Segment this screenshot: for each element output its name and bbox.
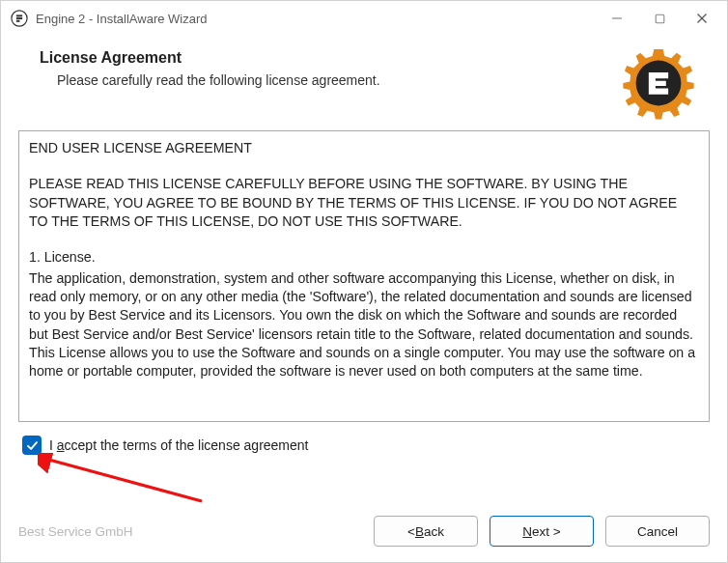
svg-rect-1 <box>16 14 22 16</box>
footer: Best Service GmbH < Back Next > Cancel <box>1 510 727 562</box>
accept-row: I accept the terms of the license agreem… <box>18 436 710 455</box>
svg-rect-2 <box>16 17 22 19</box>
window-title: Engine 2 - InstallAware Wizard <box>36 12 596 26</box>
page-header: License Agreement Please carefully read … <box>1 36 727 130</box>
minimize-button[interactable] <box>596 4 638 33</box>
eula-intro: PLEASE READ THIS LICENSE CAREFULLY BEFOR… <box>29 175 699 231</box>
app-icon <box>11 10 28 27</box>
license-text-box[interactable]: END USER LICENSE AGREEMENT PLEASE READ T… <box>18 130 710 422</box>
maximize-button[interactable] <box>638 4 681 33</box>
titlebar: Engine 2 - InstallAware Wizard <box>1 1 727 36</box>
close-button[interactable] <box>681 4 723 33</box>
maximize-icon <box>655 14 665 24</box>
accept-checkbox[interactable] <box>22 436 42 455</box>
button-row: < Back Next > Cancel <box>374 516 710 547</box>
svg-rect-5 <box>656 14 664 23</box>
installer-window: Engine 2 - InstallAware Wizard License A… <box>0 0 728 563</box>
minimize-icon <box>611 13 623 24</box>
eula-section-1-title: 1. License. <box>29 248 699 267</box>
svg-rect-3 <box>16 20 20 22</box>
next-button[interactable]: Next > <box>490 516 594 547</box>
content-area: END USER LICENSE AGREEMENT PLEASE READ T… <box>1 130 727 510</box>
cancel-button[interactable]: Cancel <box>605 516 710 547</box>
engine-logo <box>621 45 696 121</box>
close-icon <box>696 13 708 24</box>
check-icon <box>26 439 39 452</box>
back-button[interactable]: < Back <box>374 516 478 547</box>
header-text-block: License Agreement Please carefully read … <box>40 49 380 88</box>
page-subtitle: Please carefully read the following lice… <box>57 72 380 88</box>
eula-heading: END USER LICENSE AGREEMENT <box>29 139 699 157</box>
company-label: Best Service GmbH <box>18 524 374 539</box>
page-title: License Agreement <box>40 49 380 67</box>
accept-label[interactable]: I accept the terms of the license agreem… <box>49 437 309 453</box>
eula-section-1-body: The application, demonstration, system a… <box>29 269 699 381</box>
window-controls <box>596 4 723 33</box>
